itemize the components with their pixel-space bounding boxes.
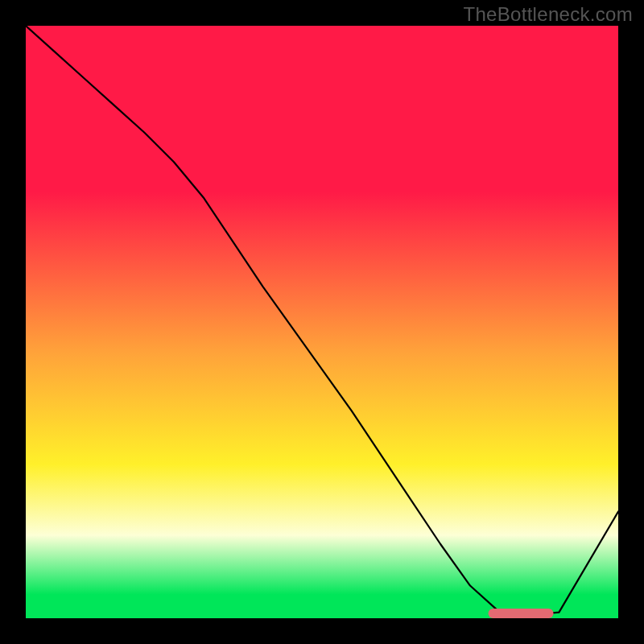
chart-frame: TheBottleneck.com bbox=[0, 0, 644, 644]
watermark-text: TheBottleneck.com bbox=[463, 3, 633, 26]
curve-path bbox=[26, 26, 618, 615]
bottleneck-curve bbox=[26, 26, 618, 618]
optimal-range-marker bbox=[488, 609, 553, 618]
plot-area bbox=[24, 24, 620, 620]
